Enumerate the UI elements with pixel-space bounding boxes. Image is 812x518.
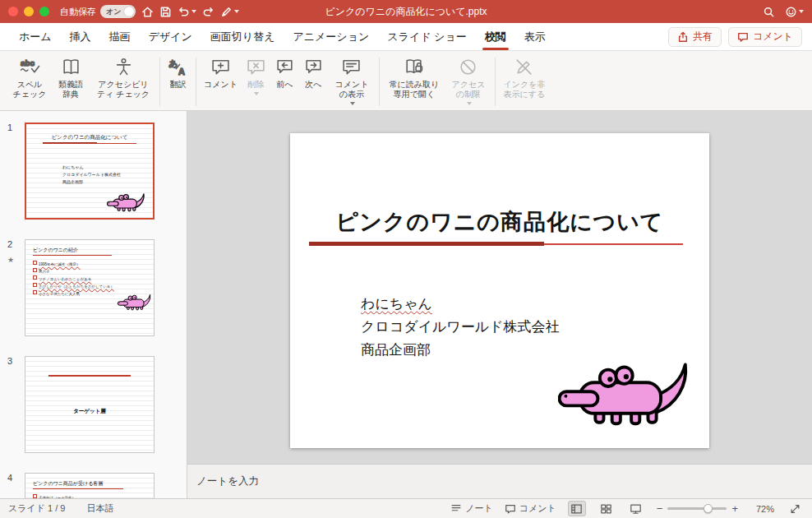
thumb-underline [33, 488, 123, 489]
tab-draw[interactable]: 描画 [100, 23, 140, 50]
tab-transitions[interactable]: 画面切り替え [201, 23, 284, 50]
share-button[interactable]: 共有 [668, 27, 722, 47]
ribbon-button-label: 類義語 辞典 [55, 80, 86, 99]
zoom-percentage[interactable]: 72% [750, 504, 774, 514]
tab-insert[interactable]: 挿入 [61, 23, 100, 50]
pink-crocodile-drawing [107, 192, 148, 212]
autosave-state: オン [106, 7, 121, 17]
save-button[interactable] [159, 6, 172, 18]
slide-subtitle-text[interactable]: わにちゃん クロコダイルワールド株式会社 商品企画部 [361, 293, 560, 362]
tab-view[interactable]: 表示 [515, 23, 555, 50]
zoom-slider[interactable] [667, 507, 727, 510]
ribbon-tab-row: ホーム 挿入 描画 デザイン 画面切り替え アニメーション スライド ショー 校… [0, 23, 812, 51]
fit-to-window-icon [789, 503, 801, 515]
thumb-title: ターゲット層 [25, 408, 154, 415]
pink-crocodile-drawing [118, 293, 154, 311]
zoom-control: − + [657, 502, 738, 515]
normal-view-button[interactable] [568, 501, 586, 516]
slide-canvas-area: ピンクのワニの商品化について わにちゃん クロコダイルワールド株式会社 商品企画… [187, 111, 812, 464]
comments-toggle-button[interactable]: コメント [505, 502, 556, 515]
ribbon-button-delete-comment: 削除 [242, 55, 270, 97]
slide-editor: ピンクのワニの商品化について わにちゃん クロコダイルワールド株式会社 商品企画… [187, 111, 812, 498]
zoom-in-button[interactable]: + [731, 502, 738, 515]
notes-placeholder: ノートを入力 [196, 474, 259, 488]
search-button[interactable] [763, 6, 775, 18]
language-indicator[interactable]: 日本語 [87, 502, 114, 515]
ribbon-button-next-comment[interactable]: 次へ [299, 55, 328, 91]
next-comment-icon [303, 57, 324, 77]
ribbon-button-new-comment[interactable]: コメント [200, 55, 242, 91]
ribbon-button-label: 常に読み取り 専用で開く [387, 80, 441, 99]
slide-thumbnail-4[interactable]: ピンクのワニ商品が受ける客層 子供向け（〜小学生） 乳幼児 [25, 473, 155, 498]
ribbon-button-label: 削除 [247, 80, 264, 90]
close-window-button[interactable] [8, 7, 18, 16]
pen-tools-button[interactable] [220, 6, 239, 18]
tab-design[interactable]: デザイン [140, 23, 201, 50]
restrict-access-icon [458, 57, 478, 77]
tab-slideshow[interactable]: スライド ショー [378, 23, 475, 50]
redo-button[interactable] [202, 6, 215, 18]
slide-thumbnail-3[interactable]: ターゲット層 [25, 356, 155, 453]
notes-pane[interactable]: ノートを入力 [187, 464, 812, 498]
zoom-slider-knob[interactable] [704, 504, 713, 513]
spell-check-icon: abc [20, 57, 40, 77]
translate-icon: あA [168, 57, 188, 77]
status-bar: スライド 1 / 9 日本語 ノート コメント − + [0, 498, 812, 518]
slide-counter[interactable]: スライド 1 / 9 [8, 502, 66, 515]
chevron-down-icon [191, 10, 196, 13]
thumb-body-text: わにちゃん クロコダイルワールド株式会社 商品企画部 [62, 164, 121, 186]
slide-number: 2 [7, 239, 25, 249]
comment-icon [505, 503, 516, 515]
tab-animations[interactable]: アニメーション [284, 23, 378, 50]
ribbon-button-spell-check[interactable]: abc スペル チェック [8, 55, 51, 101]
fit-to-window-button[interactable] [786, 501, 804, 516]
svg-text:A: A [178, 67, 185, 76]
undo-icon [178, 6, 190, 18]
slide-sorter-view-button[interactable] [597, 501, 616, 516]
workspace: 1 ピンクのワニの商品化について わにちゃん クロコダイルワールド株式会社 商品… [0, 111, 812, 498]
home-button[interactable] [141, 6, 154, 18]
comments-panel-button[interactable]: コメント [728, 27, 802, 47]
svg-text:あ: あ [168, 58, 178, 68]
undo-button[interactable] [178, 6, 196, 18]
delete-comment-icon [246, 57, 266, 77]
chevron-down-icon [254, 92, 259, 95]
slide-thumbnail-panel: 1 ピンクのワニの商品化について わにちゃん クロコダイルワールド株式会社 商品… [0, 111, 187, 498]
account-button[interactable] [785, 6, 804, 18]
save-icon [159, 6, 172, 18]
ribbon-button-previous-comment[interactable]: 前へ [270, 55, 299, 91]
autosave-toggle[interactable]: オン [100, 5, 136, 18]
chevron-down-icon [799, 10, 804, 13]
zoom-out-button[interactable]: − [657, 502, 663, 515]
ribbon-button-accessibility-check[interactable]: アクセシビリティ チェック [90, 55, 156, 101]
ribbon-button-label: インクを非 表示にする [503, 80, 546, 99]
normal-view-icon [570, 503, 583, 515]
ribbon-button-restrict-access: アクセス の制限 [445, 55, 491, 107]
redo-icon [202, 6, 215, 18]
ribbon-button-label: 次へ [305, 80, 321, 90]
maximize-window-button[interactable] [39, 7, 49, 16]
tab-review[interactable]: 校閲 [476, 23, 515, 50]
slideshow-view-button[interactable] [627, 501, 645, 516]
ribbon-button-show-comments[interactable]: コメント の表示 [328, 55, 376, 107]
pink-crocodile-drawing[interactable] [558, 357, 699, 428]
notes-icon [450, 503, 462, 515]
ribbon-button-translate[interactable]: あA 翻訳 [164, 55, 192, 91]
tab-home[interactable]: ホーム [10, 23, 61, 50]
notes-toggle-button[interactable]: ノート [450, 502, 493, 515]
ribbon-button-label: コメント の表示 [332, 80, 371, 99]
thumb-title: ピンクのワニ商品が受ける客層 [33, 480, 103, 488]
window-title: ピンクのワニの商品化について.pptx [325, 5, 487, 19]
comment-icon [737, 31, 749, 43]
powerpoint-window: 自動保存 オン ピンクのワニの商品化について.pptx [0, 0, 812, 518]
ribbon-button-thesaurus[interactable]: 類義語 辞典 [51, 55, 90, 101]
ribbon-button-always-open-read-only[interactable]: 常に読み取り 専用で開く [383, 55, 445, 101]
show-comments-icon [341, 57, 362, 77]
slide-title-text[interactable]: ピンクのワニの商品化について [290, 207, 709, 237]
slide-thumbnail-1[interactable]: ピンクのワニの商品化について わにちゃん クロコダイルワールド株式会社 商品企画… [25, 123, 155, 220]
ribbon-review: abc スペル チェック 類義語 辞典 アクセシビリティ チェック あA 翻訳 … [0, 51, 812, 111]
transition-star-icon: ★ [7, 256, 25, 264]
slide-thumbnail-2[interactable]: ピンクのワニの紹介 1995年春に誕生（推定） 男の子 ツチノコといわれたことが… [25, 239, 155, 336]
minimize-window-button[interactable] [24, 7, 34, 16]
current-slide[interactable]: ピンクのワニの商品化について わにちゃん クロコダイルワールド株式会社 商品企画… [290, 133, 709, 448]
